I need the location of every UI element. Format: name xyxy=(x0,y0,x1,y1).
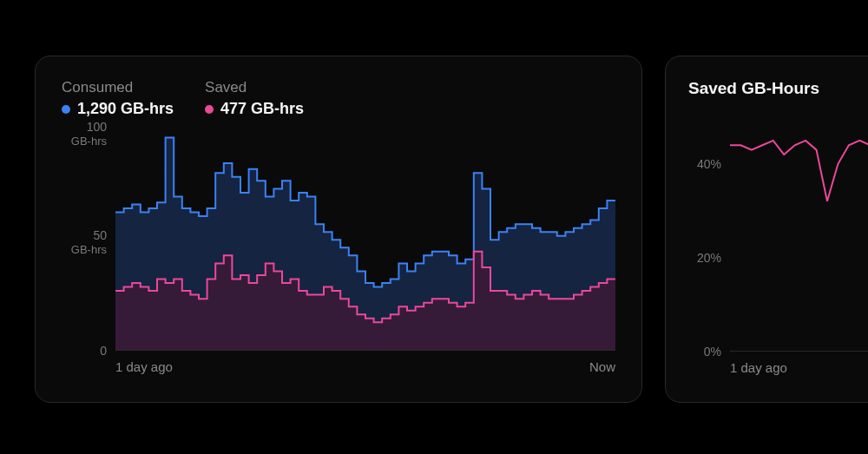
legend-item-consumed: Consumed 1,290 GB-hrs xyxy=(62,79,174,118)
area-chart-svg xyxy=(115,134,615,350)
x-axis: 1 day ago xyxy=(730,360,868,375)
legend-label: Consumed xyxy=(62,79,174,96)
y-axis: 40% 20% 0% xyxy=(688,117,727,352)
y-tick: 40% xyxy=(697,157,721,172)
y-tick: 100 GB-hrs xyxy=(71,120,107,148)
legend-item-saved: Saved 477 GB-hrs xyxy=(205,79,304,118)
legend-value: 477 GB-hrs xyxy=(220,100,304,118)
y-tick: 20% xyxy=(697,251,721,266)
x-start-label: 1 day ago xyxy=(730,360,787,375)
usage-card: Consumed 1,290 GB-hrs Saved 477 GB-hrs 1… xyxy=(35,56,642,403)
plot-area xyxy=(730,117,868,352)
y-tick: 50 GB-hrs xyxy=(71,228,107,256)
y-axis: 100 GB-hrs 50 GB-hrs 0 xyxy=(62,134,112,351)
y-tick: 0 xyxy=(100,344,107,359)
legend: Consumed 1,290 GB-hrs Saved 477 GB-hrs xyxy=(62,79,615,118)
plot-area xyxy=(115,134,615,351)
card-title: Saved GB-Hours xyxy=(688,79,868,98)
x-axis: 1 day ago Now xyxy=(115,359,615,374)
line-chart-svg xyxy=(730,117,868,351)
saved-pct-card: Saved GB-Hours 40% 20% 0% 1 day ago xyxy=(665,56,868,403)
legend-dot-consumed xyxy=(62,105,70,114)
legend-value: 1,290 GB-hrs xyxy=(77,100,174,118)
x-start-label: 1 day ago xyxy=(115,359,173,374)
usage-chart: 100 GB-hrs 50 GB-hrs 0 xyxy=(115,134,615,351)
saved-pct-chart: 40% 20% 0% xyxy=(730,117,868,352)
y-tick: 0% xyxy=(704,345,721,359)
legend-dot-saved xyxy=(205,105,214,114)
x-end-label: Now xyxy=(589,359,615,374)
legend-label: Saved xyxy=(205,79,304,96)
